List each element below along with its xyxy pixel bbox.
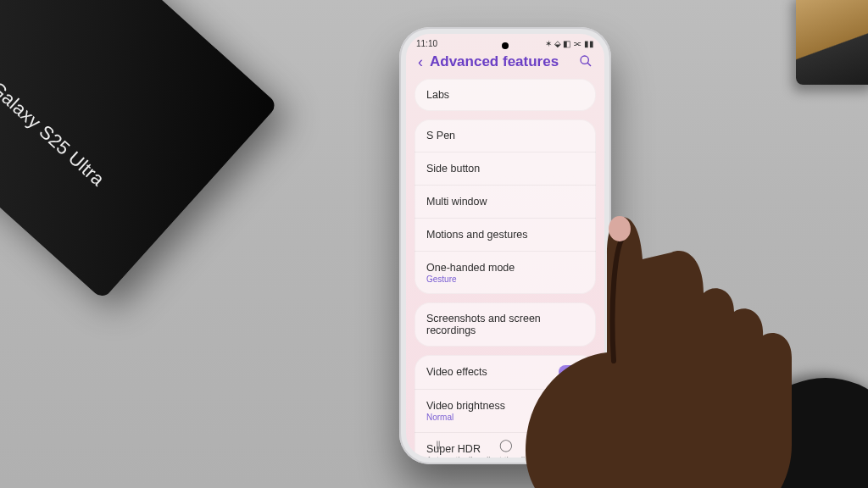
settings-item-label: Video effects xyxy=(426,366,487,378)
status-time: 11:10 xyxy=(416,39,437,48)
settings-item-side-button[interactable]: Side button xyxy=(415,152,596,186)
status-icons: ✶ ⬙ ◧ ⫘ ▮▮ xyxy=(545,39,594,48)
settings-group: Labs xyxy=(415,79,596,111)
nav-recent-icon[interactable]: ⦀ xyxy=(436,438,441,452)
settings-group: Screenshots and screen recordings xyxy=(415,302,596,347)
page-title: Advanced features xyxy=(430,53,572,70)
settings-item-label: One-handed mode xyxy=(426,262,584,274)
phone-screen: 11:10 ✶ ⬙ ◧ ⫘ ▮▮ ‹ Advanced features Lab… xyxy=(406,34,604,458)
svg-line-1 xyxy=(587,63,591,66)
product-box-label: Galaxy S25 Ultra xyxy=(0,77,108,191)
nav-home-icon[interactable]: ◯ xyxy=(499,438,513,452)
settings-item-label: Side button xyxy=(426,163,584,175)
settings-item-label: Screenshots and screen recordings xyxy=(426,313,584,336)
settings-item-video-brightness[interactable]: Video brightness Normal xyxy=(415,390,596,433)
prop-bottom-right xyxy=(741,378,868,488)
settings-item-multi-window[interactable]: Multi window xyxy=(415,186,596,219)
front-camera-cutout xyxy=(502,42,509,49)
svg-point-0 xyxy=(581,56,588,64)
settings-item-video-effects[interactable]: Video effects xyxy=(415,355,596,390)
settings-item-label: Multi window xyxy=(426,196,584,208)
settings-item-labs[interactable]: Labs xyxy=(415,79,596,111)
settings-item-label: S Pen xyxy=(426,130,584,141)
phone-frame: 11:10 ✶ ⬙ ◧ ⫘ ▮▮ ‹ Advanced features Lab… xyxy=(399,27,611,464)
android-nav-bar: ⦀ ◯ ‹ xyxy=(406,432,604,458)
settings-item-sublabel: Normal xyxy=(426,413,584,422)
scene-root: Galaxy S25 Ultra 11:10 ✶ ⬙ ◧ ⫘ ▮▮ ‹ Adva… xyxy=(0,0,868,488)
settings-item-sublabel: Gesture xyxy=(426,274,584,284)
search-icon[interactable] xyxy=(579,54,593,70)
settings-item-s-pen[interactable]: S Pen xyxy=(415,119,596,152)
svg-point-2 xyxy=(609,216,631,241)
settings-item-label: Motions and gestures xyxy=(426,229,584,241)
settings-item-one-handed-mode[interactable]: One-handed mode Gesture xyxy=(415,252,596,294)
settings-item-screenshots[interactable]: Screenshots and screen recordings xyxy=(415,302,596,347)
settings-group: S Pen Side button Multi window Motions a… xyxy=(415,119,596,294)
settings-item-label: Labs xyxy=(426,89,584,101)
product-box: Galaxy S25 Ultra xyxy=(0,0,278,300)
settings-item-label: Video brightness xyxy=(426,400,584,412)
settings-header: ‹ Advanced features xyxy=(406,50,604,79)
prop-top-right xyxy=(796,0,868,85)
toggle-switch-on[interactable] xyxy=(559,365,584,379)
settings-item-motions-gestures[interactable]: Motions and gestures xyxy=(415,219,596,252)
nav-back-icon[interactable]: ‹ xyxy=(571,438,576,452)
back-icon[interactable]: ‹ xyxy=(418,54,423,69)
